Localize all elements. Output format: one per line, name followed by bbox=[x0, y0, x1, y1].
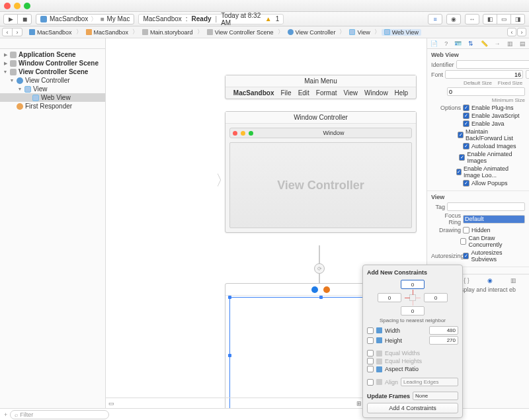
plugins-checkbox[interactable]: ✓ bbox=[463, 105, 469, 111]
forward-button[interactable]: › bbox=[12, 28, 22, 36]
autoresize-checkbox[interactable]: ✓ bbox=[463, 253, 469, 259]
java-checkbox[interactable]: ✓ bbox=[463, 120, 469, 127]
popups-checkbox[interactable]: ✓ bbox=[463, 180, 469, 187]
right-spacing-field[interactable]: 0 bbox=[424, 293, 448, 302]
filter-field[interactable]: ⌕ Filter bbox=[10, 410, 109, 419]
outline-tree[interactable]: ▶Application Scene ▶Window Controller Sc… bbox=[0, 49, 105, 408]
menu-item-edit[interactable]: Edit bbox=[298, 89, 309, 97]
animated-checkbox[interactable]: ✓ bbox=[459, 154, 465, 161]
connections-inspector-tab[interactable]: → bbox=[495, 40, 501, 47]
jump-nav-arrows: ‹ › bbox=[507, 28, 526, 36]
left-spacing-field[interactable]: 0 bbox=[378, 293, 401, 302]
height-field[interactable]: 270 bbox=[429, 336, 458, 345]
main-menu-object[interactable]: Main Menu MacSandbox File Edit Format Vi… bbox=[225, 75, 417, 99]
backforward-checkbox[interactable]: ✓ bbox=[458, 132, 464, 138]
width-checkbox[interactable] bbox=[367, 327, 374, 334]
toggle-utilities-button[interactable]: ◨ bbox=[510, 14, 525, 24]
top-spacing-field[interactable]: 0 bbox=[401, 280, 425, 289]
segue-icon[interactable]: ⟳ bbox=[314, 263, 325, 274]
document-outline: ▶Application Scene ▶Window Controller Sc… bbox=[0, 38, 106, 408]
autoload-checkbox[interactable]: ✓ bbox=[463, 143, 469, 149]
jump-seg-project[interactable]: MacSandbox bbox=[26, 29, 75, 36]
minimize-dot[interactable] bbox=[14, 3, 20, 9]
bottom-spacing-field[interactable]: 0 bbox=[401, 306, 425, 315]
height-checkbox[interactable] bbox=[367, 337, 374, 344]
outline-web-view[interactable]: Web View bbox=[0, 93, 105, 102]
jump-bar[interactable]: ‹ › MacSandbox〉 MacSandbox〉 Main.storybo… bbox=[0, 26, 529, 38]
warning-icon[interactable]: ▲ bbox=[265, 15, 272, 22]
aspect-checkbox[interactable] bbox=[367, 366, 374, 372]
font-fixed-field[interactable] bbox=[526, 70, 529, 79]
jump-seg-folder[interactable]: MacSandbox bbox=[83, 29, 132, 36]
min-size-field[interactable] bbox=[447, 87, 525, 96]
scene-windowctrl[interactable]: ▶Window Controller Scene bbox=[0, 59, 105, 67]
identifier-field[interactable] bbox=[456, 60, 529, 69]
prev-issue-button[interactable]: ‹ bbox=[507, 28, 516, 36]
focus-ring-select[interactable]: Default bbox=[463, 215, 525, 224]
next-issue-button[interactable]: › bbox=[517, 28, 526, 36]
first-responder-dock-icon[interactable] bbox=[323, 286, 330, 293]
toggle-navigator-button[interactable]: ◧ bbox=[483, 14, 497, 24]
lib-tab-media[interactable]: ▥ bbox=[510, 277, 516, 284]
resize-handle[interactable] bbox=[228, 354, 231, 357]
jump-seg-vc[interactable]: View Controller bbox=[285, 29, 339, 36]
bindings-inspector-tab[interactable]: ▥ bbox=[507, 40, 513, 47]
outline-view[interactable]: ▼View bbox=[0, 85, 105, 93]
editor-standard-button[interactable]: ≡ bbox=[428, 14, 442, 24]
close-dot[interactable] bbox=[4, 3, 11, 9]
concurrent-checkbox[interactable] bbox=[460, 238, 466, 245]
jump-seg-scene[interactable]: View Controller Scene bbox=[204, 29, 276, 36]
outline-toggle-icon[interactable]: ▭ bbox=[108, 400, 114, 407]
resize-handle[interactable] bbox=[319, 296, 323, 299]
add-constraints-button[interactable]: Add 4 Constraints bbox=[367, 403, 458, 413]
add-button-icon[interactable]: + bbox=[4, 411, 7, 418]
stop-button[interactable]: ◼ bbox=[17, 14, 32, 24]
help-inspector-tab[interactable]: ? bbox=[444, 40, 448, 47]
scene-viewctrl[interactable]: ▼View Controller Scene bbox=[0, 67, 105, 76]
menu-item-app[interactable]: MacSandbox bbox=[233, 89, 274, 97]
identity-inspector-tab[interactable]: 🪪 bbox=[454, 40, 462, 47]
toggle-debug-button[interactable]: ▭ bbox=[497, 14, 511, 24]
width-field[interactable]: 480 bbox=[429, 326, 458, 335]
jump-seg-webview[interactable]: Web View bbox=[382, 29, 421, 36]
size-inspector-tab[interactable]: 📏 bbox=[481, 40, 488, 47]
animloop-checkbox[interactable]: ✓ bbox=[456, 169, 462, 175]
navigator-tabs bbox=[0, 38, 105, 49]
scene-application[interactable]: ▶Application Scene bbox=[0, 50, 105, 59]
zoom-dot[interactable] bbox=[24, 3, 30, 9]
outline-view-controller[interactable]: ▼View Controller bbox=[0, 76, 105, 85]
align-select: Leading Edges bbox=[401, 378, 458, 386]
font-default-field[interactable] bbox=[445, 70, 523, 79]
menu-item-file[interactable]: File bbox=[281, 89, 292, 97]
jump-seg-view[interactable]: View bbox=[346, 29, 372, 36]
menu-item-format[interactable]: Format bbox=[316, 89, 337, 97]
menu-item-view[interactable]: View bbox=[344, 89, 358, 97]
view-icon bbox=[24, 86, 31, 93]
align-button-icon[interactable]: ⊞ bbox=[356, 400, 362, 407]
hidden-checkbox[interactable] bbox=[463, 227, 469, 233]
menu-item-help[interactable]: Help bbox=[395, 89, 409, 97]
jump-seg-storyboard[interactable]: Main.storyboard bbox=[140, 29, 196, 36]
lib-tab-code[interactable]: { } bbox=[464, 277, 469, 284]
initial-arrow-icon[interactable]: 〉 bbox=[216, 171, 230, 190]
tag-field[interactable] bbox=[447, 202, 525, 211]
lib-tab-objects[interactable]: ◉ bbox=[487, 277, 493, 284]
menu-item-window[interactable]: Window bbox=[364, 89, 388, 97]
window-controller-object[interactable]: Window Controller Window View Controller bbox=[225, 111, 417, 233]
outline-first-responder[interactable]: First Responder bbox=[0, 102, 105, 110]
attributes-inspector-tab[interactable]: ⇅ bbox=[468, 40, 473, 47]
run-button[interactable]: ▶ bbox=[3, 14, 18, 24]
javascript-checkbox[interactable]: ✓ bbox=[463, 112, 469, 119]
section-title: Web View bbox=[431, 52, 525, 58]
back-button[interactable]: ‹ bbox=[2, 28, 13, 36]
vc-dock-icon[interactable] bbox=[311, 286, 318, 293]
file-inspector-tab[interactable]: 📄 bbox=[430, 40, 438, 47]
scheme-selector[interactable]: MacSandbox 〉 ■ My Mac bbox=[36, 14, 134, 24]
update-frames-select[interactable]: None bbox=[413, 392, 458, 400]
editor-assistant-button[interactable]: ◉ bbox=[446, 14, 461, 24]
effects-inspector-tab[interactable]: ▤ bbox=[520, 40, 526, 47]
view-section: View Tag Focus RingDefault DrawingHidden… bbox=[427, 191, 529, 267]
editor-version-button[interactable]: ↔ bbox=[465, 14, 479, 24]
menu-bar: MacSandbox File Edit Format View Window … bbox=[225, 87, 416, 99]
resize-handle[interactable] bbox=[228, 296, 231, 299]
